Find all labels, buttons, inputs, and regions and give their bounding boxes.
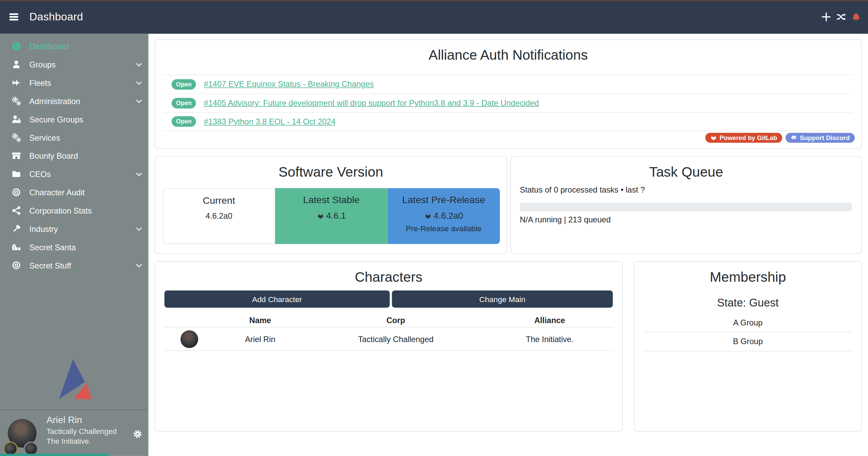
notifications-panel: Alliance Auth Notifications Open #1407 E… — [154, 39, 862, 149]
sidebar-item-industry[interactable]: Industry — [0, 220, 148, 238]
sidebar-item-character-audit[interactable]: Character Audit — [0, 183, 148, 201]
chevron-down-icon — [135, 225, 143, 233]
gitlab-icon — [424, 212, 432, 219]
sidebar-item-bounty-board[interactable]: Bounty Board — [0, 146, 148, 165]
gear-icon[interactable] — [133, 429, 142, 439]
task-queue-title: Task Queue — [511, 163, 861, 180]
menu-icon[interactable] — [9, 13, 18, 20]
character-portrait — [180, 330, 198, 348]
storefront-icon — [12, 151, 21, 161]
characters-buttons: Add Character Change Main — [165, 291, 613, 308]
footer-badges: Powered by GitLab Support Discord — [705, 133, 855, 143]
sidebar-item-ceos[interactable]: CEOs — [0, 165, 148, 183]
membership-state: State: Guest — [634, 296, 861, 309]
membership-groups: A Group B Group — [643, 314, 852, 351]
chevron-down-icon — [135, 79, 143, 87]
plus-icon[interactable] — [822, 12, 831, 22]
characters-table: Name Corp Alliance Ariel Rin Tactically … — [165, 313, 614, 351]
version-stable-card: Latest Stable 4.6.1 — [275, 188, 387, 244]
notifications-title: Alliance Auth Notifications — [155, 46, 861, 63]
status-badge: Open — [172, 116, 196, 127]
notification-link[interactable]: #1407 EVE Equinox Status - Breaking Chan… — [204, 80, 374, 88]
user-name: Ariel Rin — [46, 415, 82, 426]
top-edge-strip — [0, 0, 868, 1]
version-label: Current — [163, 195, 274, 206]
status-badge: Open — [172, 98, 196, 108]
membership-title: Membership — [634, 269, 861, 285]
user-alliance: The Initiative. — [46, 437, 91, 445]
cell-alliance: The Initiative. — [485, 335, 614, 343]
membership-panel: Membership State: Guest A Group B Group — [634, 261, 862, 432]
gears-icon — [12, 96, 21, 106]
sidebar-item-fleets[interactable]: Fleets — [0, 74, 148, 92]
version-group: Current 4.6.2a0 Latest Stable 4.6.1 Late… — [163, 188, 500, 244]
sidebar-item-corporation-stats[interactable]: Corporation Stats — [0, 201, 148, 220]
app-root: Dashboard Dashboard Groups Fleets — [0, 0, 868, 456]
version-value: 4.6.1 — [275, 211, 387, 221]
notification-link[interactable]: #1405 Advisory: Future development will … — [204, 99, 539, 107]
characters-title: Characters — [155, 269, 622, 285]
task-queue-line: N/A running | 213 queued — [520, 215, 611, 224]
gears-icon — [12, 133, 21, 142]
user-icon — [12, 60, 21, 69]
list-item: Open #1383 Python 3.8 EOL - 14 Oct 2024 — [164, 112, 852, 131]
notification-link[interactable]: #1383 Python 3.8 EOL - 14 Oct 2024 — [204, 117, 336, 126]
version-label: Latest Pre-Release — [387, 194, 500, 206]
cell-name: Ariel Rin — [214, 335, 306, 343]
fighter-jet-icon — [12, 78, 21, 87]
characters-panel: Characters Add Character Change Main Nam… — [154, 261, 623, 432]
sidebar-item-secret-santa[interactable]: Secret Santa — [0, 238, 148, 256]
task-queue-panel: Task Queue Status of 0 processed tasks •… — [510, 156, 862, 254]
version-current-card: Current 4.6.2a0 — [163, 188, 275, 244]
list-item: Open #1405 Advisory: Future development … — [164, 93, 852, 112]
version-prerelease-card: Latest Pre-Release 4.6.2a0 Pre-Release a… — [387, 188, 500, 244]
list-item: A Group — [643, 314, 852, 332]
status-badge: Open — [172, 79, 196, 90]
sidebar-item-secret-stuff[interactable]: Secret Stuff — [0, 256, 148, 275]
page-title: Dashboard — [29, 11, 83, 23]
discord-icon — [790, 135, 797, 141]
sidebar-bottom-strip — [0, 454, 109, 456]
software-version-title: Software Version — [155, 163, 506, 180]
version-value: 4.6.2a0 — [387, 211, 500, 221]
discord-badge[interactable]: Support Discord — [786, 133, 855, 143]
main-content: Alliance Auth Notifications Open #1407 E… — [148, 34, 868, 456]
add-character-button[interactable]: Add Character — [165, 291, 390, 308]
navbar-actions — [822, 0, 861, 34]
task-progress-bar — [520, 202, 852, 211]
user-panel: Ariel Rin Tactically Challenged The Init… — [0, 410, 148, 456]
list-item: Open #1407 EVE Equinox Status - Breaking… — [164, 75, 852, 93]
version-value: 4.6.2a0 — [163, 211, 274, 220]
chevron-down-icon — [135, 170, 143, 178]
notifications-list: Open #1407 EVE Equinox Status - Breaking… — [164, 75, 852, 131]
software-version-panel: Software Version Current 4.6.2a0 Latest … — [154, 156, 507, 254]
sidebar-item-secure-groups[interactable]: Secure Groups — [0, 110, 148, 128]
user-corp: Tactically Challenged — [46, 427, 117, 435]
version-label: Latest Stable — [275, 194, 387, 206]
sidebar-item-administration[interactable]: Administration — [0, 92, 148, 110]
gitlab-badge[interactable]: Powered by GitLab — [705, 133, 782, 143]
eye-icon — [12, 187, 21, 197]
sidebar-item-groups[interactable]: Groups — [0, 55, 148, 74]
chevron-down-icon — [135, 61, 143, 68]
sidebar-nav: Dashboard Groups Fleets Administration S… — [0, 34, 148, 275]
gifts-icon — [12, 242, 21, 252]
bell-icon[interactable] — [851, 12, 861, 22]
user-lock-icon — [12, 115, 21, 124]
list-item: B Group — [643, 332, 852, 351]
header-name: Name — [214, 316, 306, 324]
alliance-auth-logo — [54, 359, 94, 402]
folder-icon — [12, 169, 21, 179]
hammer-icon — [12, 224, 21, 234]
header-corp: Corp — [306, 316, 486, 324]
prerelease-note: Pre-Release available — [387, 224, 500, 233]
top-navbar: Dashboard — [0, 0, 868, 34]
gitlab-icon — [710, 135, 717, 141]
shuffle-icon[interactable] — [836, 12, 846, 22]
table-header-row: Name Corp Alliance — [165, 313, 614, 328]
sidebar-item-services[interactable]: Services — [0, 128, 148, 147]
sidebar-item-dashboard[interactable]: Dashboard — [0, 37, 148, 55]
change-main-button[interactable]: Change Main — [392, 291, 613, 308]
chevron-down-icon — [135, 261, 143, 269]
task-status-line: Status of 0 processed tasks • last ? — [520, 185, 645, 194]
